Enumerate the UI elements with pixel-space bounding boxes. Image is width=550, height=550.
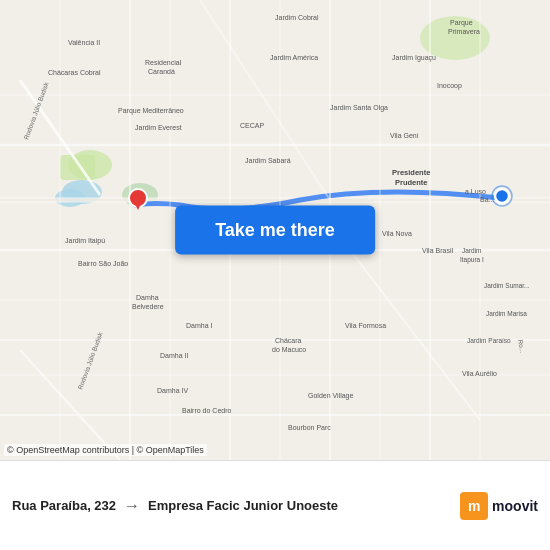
moovit-label: moovit [492,498,538,514]
svg-text:Inocoop: Inocoop [437,82,462,90]
svg-text:Jardim Itaipú: Jardim Itaipú [65,237,105,245]
svg-text:do Macuco: do Macuco [272,346,306,353]
svg-text:Jardim Marisa: Jardim Marisa [486,310,527,317]
svg-text:Jardim Everest: Jardim Everest [135,124,182,131]
route-info: Rua Paraíba, 232 → Empresa Facic Junior … [12,497,460,515]
take-me-there-button[interactable]: Take me there [175,206,375,255]
svg-text:Chácara: Chácara [275,337,302,344]
bottom-bar: Rua Paraíba, 232 → Empresa Facic Junior … [0,460,550,550]
svg-text:Vila Brasil: Vila Brasil [422,247,453,254]
svg-text:Valência II: Valência II [68,39,100,46]
svg-text:Jardim Iguaçu: Jardim Iguaçu [392,54,436,62]
svg-text:Primavera: Primavera [448,28,480,35]
svg-text:Jardim: Jardim [462,247,482,254]
svg-text:Itapura I: Itapura I [460,256,484,264]
moovit-icon: m [460,492,488,520]
svg-text:Bairro São João: Bairro São João [78,260,128,267]
svg-text:Damha IV: Damha IV [157,387,188,394]
svg-text:Jardim Santa Olga: Jardim Santa Olga [330,104,388,112]
origin-label: Rua Paraíba, 232 [12,498,116,513]
svg-text:Residencial: Residencial [145,59,182,66]
svg-text:Bairro do Cedro: Bairro do Cedro [182,407,232,414]
svg-text:Vila Geni: Vila Geni [390,132,419,139]
svg-text:Jardim América: Jardim América [270,54,318,61]
svg-text:Vila Formosa: Vila Formosa [345,322,386,329]
arrow-icon: → [124,497,140,515]
svg-text:Belvedere: Belvedere [132,303,164,310]
svg-text:Damha: Damha [136,294,159,301]
moovit-logo: m moovit [460,492,538,520]
map-container: Valência II Chácaras Cobral Residencial … [0,0,550,460]
svg-text:Vila Nova: Vila Nova [382,230,412,237]
svg-text:Chácaras Cobral: Chácaras Cobral [48,69,101,76]
take-me-there-overlay: Take me there [175,206,375,255]
destination-label: Empresa Facic Junior Unoeste [148,498,338,513]
svg-text:Jardim Sabará: Jardim Sabará [245,157,291,164]
svg-text:Golden Village: Golden Village [308,392,354,400]
svg-text:a Luso: a Luso [465,188,486,195]
svg-text:Prudente: Prudente [395,178,428,187]
svg-text:Jardim Sumar...: Jardim Sumar... [484,282,530,289]
svg-point-76 [495,189,509,203]
svg-rect-2 [60,155,95,180]
map-attribution: © OpenStreetMap contributors | © OpenMap… [4,444,207,456]
svg-text:Presidente: Presidente [392,168,430,177]
svg-text:Vila Aurélio: Vila Aurélio [462,370,497,377]
svg-text:Damha II: Damha II [160,352,188,359]
svg-text:Jardim Cobral: Jardim Cobral [275,14,319,21]
svg-text:Parque: Parque [450,19,473,27]
svg-text:Carandá: Carandá [148,68,175,75]
svg-text:Parque Mediterrâneo: Parque Mediterrâneo [118,107,184,115]
svg-text:Jardim Paraíso: Jardim Paraíso [467,337,511,344]
svg-text:Damha I: Damha I [186,322,213,329]
svg-text:Bourbon Parc: Bourbon Parc [288,424,331,431]
svg-text:CECAP: CECAP [240,122,264,129]
